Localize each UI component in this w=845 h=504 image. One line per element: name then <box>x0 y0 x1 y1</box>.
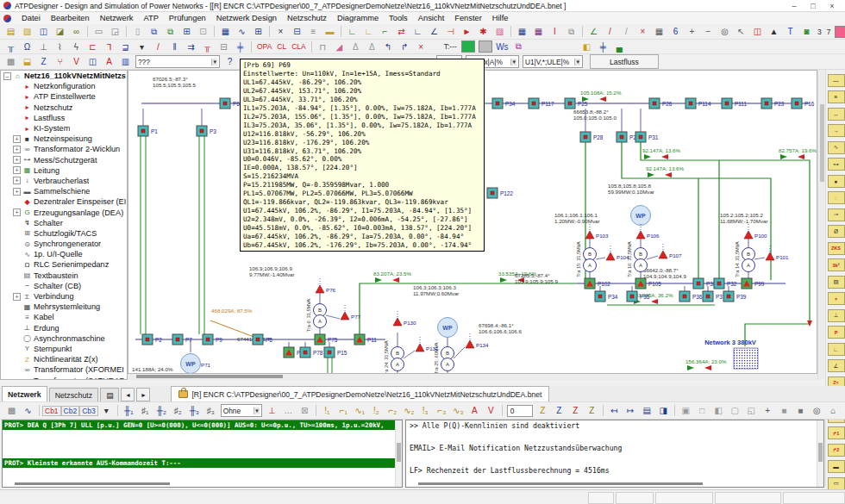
tree-item-asynchronmaschine[interactable]: ◯Asynchronmaschine <box>1 333 127 344</box>
expand-icon[interactable]: + <box>13 166 21 174</box>
menu-netzwerk[interactable]: Netzwerk <box>95 14 139 22</box>
connection-line[interactable] <box>360 283 577 334</box>
angle-icon[interactable]: ∠ <box>585 24 602 39</box>
open-icon[interactable]: ▨ <box>19 24 35 39</box>
tree-item-schalter[interactable]: ↯Schalter <box>1 218 127 228</box>
tree-item-netzschutz[interactable]: ▸Netzschutz <box>1 103 127 113</box>
close-button[interactable]: × <box>823 1 842 11</box>
frame-icon[interactable]: ⊡ <box>195 24 211 39</box>
node-icon[interactable]: ◙ <box>798 24 815 39</box>
mini-chart3-icon[interactable]: ▄ <box>611 40 628 54</box>
block1-icon[interactable]: ■ <box>776 403 792 418</box>
expand-icon[interactable]: + <box>13 177 21 184</box>
ampere-icon[interactable]: A <box>466 403 483 418</box>
maximize-button[interactable]: □ <box>804 1 823 11</box>
minimize-button[interactable]: – <box>785 1 804 11</box>
select-icon[interactable]: ↖ <box>733 24 749 39</box>
tree-item-atp-einstellwerte[interactable]: ▸ATP Einstellwerte <box>1 91 127 102</box>
cb3-button[interactable]: Cb3 <box>79 406 98 416</box>
protection-relay[interactable] <box>466 340 474 348</box>
draw-line-icon[interactable]: / <box>150 40 166 54</box>
component-icon-12[interactable]: ▨ <box>828 276 845 289</box>
branch-copy-icon[interactable]: ⧉ <box>510 40 527 54</box>
paste-icon[interactable]: ▤ <box>3 24 19 39</box>
lock-icon[interactable]: ⊓ <box>315 40 331 54</box>
connection-line[interactable] <box>647 256 658 259</box>
z2-icon[interactable]: Z <box>551 403 567 418</box>
zoom-icon[interactable]: ◎ <box>809 403 825 418</box>
chart2-icon[interactable]: ∟ <box>360 24 377 39</box>
grid-window-icon[interactable]: ▦ <box>217 24 234 39</box>
log-v-scrollbar[interactable] <box>395 420 402 487</box>
list1-icon[interactable]: ▤ <box>639 403 655 418</box>
save-icon[interactable]: ◫ <box>35 24 52 39</box>
panel3-icon[interactable]: ◧ <box>710 403 727 418</box>
fault-icon[interactable]: ⊥ <box>264 403 280 418</box>
pink-grid-icon[interactable]: ▨ <box>491 24 508 39</box>
more-icon[interactable]: … <box>280 403 297 418</box>
nav-right-icon[interactable]: ↦ <box>623 403 639 418</box>
glasses-icon[interactable]: 6 <box>667 24 684 39</box>
tree-item-1p-u-i-quelle[interactable]: ∿1p. U/I-Quelle <box>1 249 127 259</box>
save-all-icon[interactable]: ◪ <box>52 24 68 39</box>
search-combo[interactable]: ???▾ <box>135 55 220 68</box>
component-icon-3[interactable]: → <box>828 124 845 137</box>
tree-item-transformator-2-wicklun[interactable]: +∞Transformator 2-Wicklun <box>1 144 127 154</box>
component-icon-4[interactable]: ∿ <box>828 141 845 154</box>
cb1-button[interactable]: Cb1 <box>42 406 61 416</box>
signal-icon[interactable]: ∿ <box>20 403 36 418</box>
component-icon-11[interactable]: 3k² <box>828 258 845 271</box>
tree-item-netzkonfiguration[interactable]: ▸Netzkonfiguration <box>1 81 127 91</box>
hatch-icon[interactable]: ▩ <box>3 403 20 418</box>
expand-icon[interactable]: + <box>13 188 21 196</box>
hatch-icon[interactable]: ▩ <box>3 54 19 69</box>
menu-pr-fungen[interactable]: Prüfungen <box>164 14 211 22</box>
alarm3-icon[interactable]: !₃ <box>417 403 434 418</box>
counter-field[interactable]: 0 <box>507 405 533 417</box>
print-preview-icon[interactable]: ◲ <box>107 24 123 39</box>
tree-item-leitung[interactable]: +▦Leitung <box>1 165 127 176</box>
lastfluss-button[interactable]: Lastfluss <box>590 54 659 69</box>
tree-item-transformator-saturab[interactable]: ∞Transformator (SATURAB <box>1 375 127 380</box>
component-icon-1[interactable]: ≡ <box>828 90 845 103</box>
expand-icon[interactable]: + <box>13 146 21 153</box>
color-swatch-button[interactable] <box>835 26 845 38</box>
bus-red-icon[interactable]: ╥ <box>199 40 216 54</box>
log-h-scrollbar[interactable] <box>15 482 170 485</box>
component-icon-23[interactable]: ▬ <box>828 460 845 473</box>
tree-item-sammelschiene[interactable]: +▬Sammelschiene <box>1 186 127 196</box>
z1-icon[interactable]: Z <box>535 403 551 418</box>
clamp-icon[interactable]: ⊣ <box>442 24 459 39</box>
network-copy-icon[interactable]: ∞ <box>68 24 84 39</box>
cb-dropdown-icon[interactable]: ▾ <box>98 403 115 418</box>
step1-icon[interactable]: ⌐₁ <box>335 403 352 418</box>
step2-icon[interactable]: ⌐₂ <box>385 403 401 418</box>
tree-item-erzeugungsanlage-dea[interactable]: +GErzeugungsanlage (DEA) <box>1 207 127 217</box>
panel2-icon[interactable]: □ <box>694 403 710 418</box>
stop-state-button[interactable] <box>479 40 492 53</box>
fault-type-select[interactable]: Ohne▾ <box>221 404 262 417</box>
query-icon[interactable]: ? <box>222 54 238 69</box>
component-icon-7[interactable]: ◌ <box>828 191 845 204</box>
step3-icon[interactable]: ⌐₃ <box>434 403 450 418</box>
block2-icon[interactable]: ■ <box>792 403 809 418</box>
tree-item-rlc-serienimpedanz[interactable]: ΩRLC Serienimpedanz <box>1 259 127 270</box>
trip3-icon[interactable]: ♯₃ <box>203 403 219 418</box>
component-icon-13[interactable]: × <box>828 292 845 305</box>
menu-hilfe[interactable]: Hilfe <box>487 14 514 22</box>
list-icon[interactable]: ≡ <box>305 24 322 39</box>
tree-item-verbindung[interactable]: +ΣVerbindung <box>1 291 127 302</box>
tab-scroll-left[interactable]: ◄ <box>121 388 135 401</box>
protection-log-panel[interactable]: PROT> DEA Q [3Ph 7] ULL [p.u.] GEN=0 [U>… <box>2 420 403 488</box>
relay-icon[interactable]: ⊒ <box>117 40 134 54</box>
phase3-icon[interactable]: ╫₃ <box>186 403 203 418</box>
panel-icon[interactable]: ⊟ <box>216 40 232 54</box>
comment-icon[interactable]: ▬ <box>322 24 338 39</box>
component-icon-14[interactable]: ⊥ <box>828 309 845 322</box>
impedance-icon[interactable]: Ω <box>19 40 35 54</box>
message-log-panel[interactable]: >> Alle P(Q)-Kennlinien sind deaktiviert… <box>405 420 824 488</box>
tree-item-nichtlinearit-t-z-x[interactable]: ZNichtlinearität Z(x) <box>1 354 127 364</box>
msg-h-scrollbar[interactable] <box>418 482 703 485</box>
line-gray-icon[interactable]: / <box>618 24 635 39</box>
alarm2-icon[interactable]: !₂ <box>368 403 385 418</box>
